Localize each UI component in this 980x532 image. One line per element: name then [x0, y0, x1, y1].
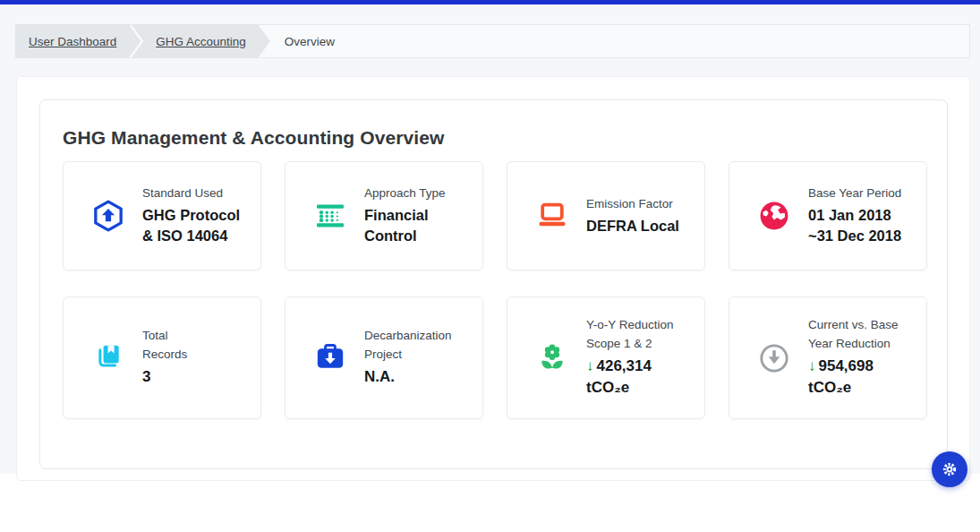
breadcrumb-item-ghg-accounting[interactable]: GHG Accounting [132, 25, 270, 57]
stat-label: Emission Factor [586, 195, 695, 214]
stat-label: Total Records [142, 327, 251, 365]
stat-card-emission-factor: Emission Factor DEFRA Local [507, 161, 705, 270]
gear-icon [942, 461, 958, 477]
stat-label: Base Year Period [808, 184, 917, 203]
stat-value: 3 [142, 366, 251, 389]
settings-fab-button[interactable] [932, 451, 967, 487]
stat-card-grid: Standard Used GHG Protocol & ISO 14064 [63, 161, 923, 419]
breadcrumb: User Dashboard GHG Accounting Overview [15, 24, 970, 58]
laptop-icon [534, 198, 570, 234]
breadcrumb-link-ghg-accounting[interactable]: GHG Accounting [156, 35, 246, 48]
stat-value: GHG Protocol & ISO 14064 [142, 205, 251, 248]
stat-label: Decarbanization Project [364, 327, 473, 365]
content-card: GHG Management & Accounting Overview Sta… [16, 76, 970, 481]
stat-value-number: 954,698 tCO₂e [808, 357, 873, 397]
breadcrumb-item-overview: Overview [285, 25, 335, 57]
overview-panel: GHG Management & Accounting Overview Sta… [39, 99, 948, 469]
stat-card-yoy-reduction: Y-o-Y Reduction Scope 1 & 2 ↓426,314 tCO… [507, 296, 705, 419]
breadcrumb-item-user-dashboard[interactable]: User Dashboard [16, 25, 141, 57]
data-table-icon [312, 198, 348, 234]
page-background: User Dashboard GHG Accounting Overview G… [0, 4, 980, 474]
stat-value: N.A. [364, 366, 473, 389]
stat-card-standard-used: Standard Used GHG Protocol & ISO 14064 [63, 161, 261, 270]
stat-value: 01 Jan 2018 ~31 Dec 2018 [808, 205, 917, 248]
stat-label: Y-o-Y Reduction Scope 1 & 2 [586, 316, 695, 354]
circle-arrow-down-icon [756, 340, 792, 376]
flower-icon [534, 340, 570, 376]
stat-card-decarbanization-project: Decarbanization Project N.A. [285, 296, 483, 419]
book-icon [90, 340, 126, 376]
stat-card-current-vs-base-reduction: Current vs. Base Year Reduction ↓954,698… [729, 296, 927, 419]
breadcrumb-link-user-dashboard[interactable]: User Dashboard [29, 35, 116, 48]
stat-value: DEFRA Local [586, 216, 695, 237]
globe-icon [756, 198, 792, 234]
stat-label: Standard Used [142, 184, 251, 203]
stat-value: ↓426,314 tCO₂e [586, 356, 695, 399]
hexagon-arrow-up-icon [90, 198, 126, 234]
stat-label: Approach Type [364, 184, 473, 203]
down-arrow-icon: ↓ [808, 357, 816, 374]
briefcase-download-icon [312, 340, 348, 376]
stat-value: Financial Control [364, 205, 473, 248]
stat-card-total-records: Total Records 3 [63, 296, 261, 419]
stat-label: Current vs. Base Year Reduction [808, 316, 917, 354]
stat-value-number: 426,314 tCO₂e [586, 357, 652, 397]
stat-value: ↓954,698 tCO₂e [808, 356, 917, 399]
down-arrow-icon: ↓ [586, 357, 594, 374]
stat-card-base-year-period: Base Year Period 01 Jan 2018 ~31 Dec 201… [729, 161, 927, 270]
stat-card-approach-type: Approach Type Financial Control [285, 161, 483, 270]
breadcrumb-current-label: Overview [285, 35, 335, 48]
page-title: GHG Management & Accounting Overview [63, 127, 923, 149]
